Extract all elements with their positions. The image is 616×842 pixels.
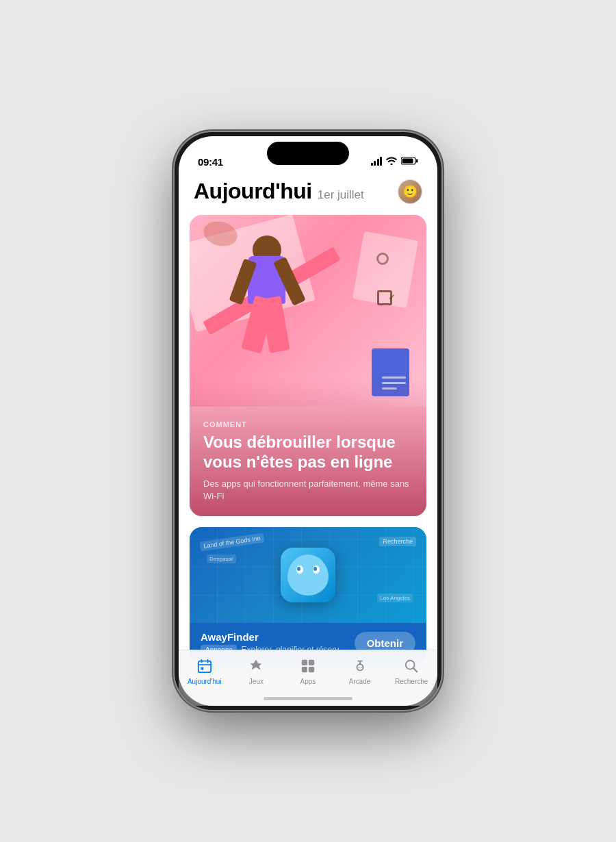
apps-icon <box>299 657 317 675</box>
home-indicator <box>264 697 352 700</box>
featured-subtitle: Des apps qui fonctionnent parfaitement, … <box>203 478 413 502</box>
featured-illustration: ✓ <box>190 215 426 407</box>
svg-point-11 <box>360 667 361 668</box>
map-label-recherche: Recherche <box>379 534 416 549</box>
featured-text-area: COMMENT Vous débrouiller lorsque vous n'… <box>190 379 426 516</box>
tab-arcade-label: Arcade <box>349 678 371 685</box>
tab-search-label: Recherche <box>395 678 428 685</box>
ad-app-name: AwayFinder <box>201 631 355 643</box>
tab-search[interactable]: Recherche <box>385 657 437 685</box>
tab-games-label: Jeux <box>249 678 264 685</box>
ad-background: Land of the Gods Inn Recherche Los Angel… <box>190 527 426 623</box>
svg-rect-3 <box>198 661 211 673</box>
status-time: 09:41 <box>198 156 223 168</box>
avatar[interactable]: 🙂 <box>398 179 422 204</box>
arcade-icon <box>351 657 369 675</box>
header-title-group: Aujourd'hui 1er juillet <box>194 179 364 204</box>
tab-apps-label: Apps <box>300 678 316 685</box>
map-label-denpasar: Denpasar <box>207 554 236 563</box>
ad-app-icon <box>281 548 335 602</box>
svg-rect-6 <box>309 660 314 665</box>
featured-label: COMMENT <box>203 420 413 429</box>
battery-icon <box>401 155 418 168</box>
status-icons <box>371 155 419 168</box>
svg-point-10 <box>358 667 359 668</box>
tab-arcade[interactable]: Arcade <box>334 657 386 685</box>
ad-card[interactable]: Land of the Gods Inn Recherche Los Angel… <box>190 527 426 663</box>
tab-today-label: Aujourd'hui <box>188 678 222 685</box>
wifi-icon <box>386 155 397 168</box>
games-icon <box>247 657 265 675</box>
tab-apps[interactable]: Apps <box>282 657 334 685</box>
signal-icon <box>371 157 383 166</box>
map-label-search: Recherche <box>379 537 416 546</box>
svg-point-9 <box>357 664 363 670</box>
tab-today[interactable]: Aujourd'hui <box>179 657 231 685</box>
header-date: 1er juillet <box>318 188 364 202</box>
today-icon <box>196 657 214 675</box>
tab-games[interactable]: Jeux <box>231 657 283 685</box>
featured-card[interactable]: ✓ COMMENT Vous débrouiller lorsque vous … <box>190 215 426 516</box>
main-content[interactable]: Aujourd'hui 1er juillet 🙂 <box>179 173 437 706</box>
map-label-la: Los Angeles <box>377 594 413 602</box>
phone-screen: 09:41 <box>179 136 437 706</box>
phone-device: 09:41 <box>175 132 441 710</box>
search-icon <box>402 657 420 675</box>
svg-rect-2 <box>402 159 413 164</box>
featured-title: Vous débrouiller lorsque vous n'êtes pas… <box>203 433 413 472</box>
svg-rect-8 <box>309 667 314 672</box>
page-title: Aujourd'hui <box>194 179 312 204</box>
svg-rect-5 <box>302 660 307 665</box>
svg-rect-7 <box>302 667 307 672</box>
svg-rect-4 <box>201 667 203 670</box>
dynamic-island <box>267 142 349 165</box>
page-header: Aujourd'hui 1er juillet 🙂 <box>179 173 437 215</box>
svg-rect-1 <box>416 160 418 163</box>
